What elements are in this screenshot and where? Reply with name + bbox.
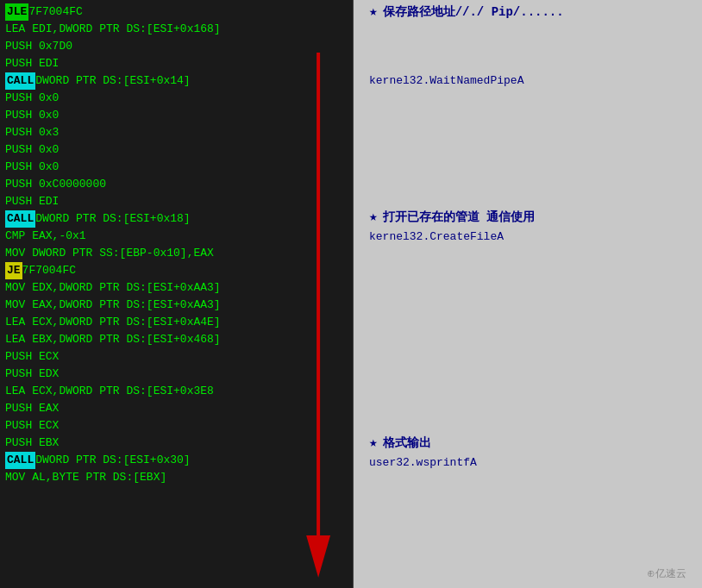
code-text: MOV EAX,DWORD PTR DS:[ESI+0xAA3	[5, 297, 214, 314]
code-text: PUSH 0x0	[5, 141, 59, 159]
code-text: 7F7004FC	[28, 3, 82, 21]
code-line-15: JE 7F7004FC	[5, 262, 348, 279]
code-text: LEA EDI,DWORD PTR DS:[ESI+0x168]	[5, 21, 221, 38]
code-text: PUSH EDI	[5, 193, 59, 210]
code-text: ]	[214, 297, 221, 314]
jle-keyword: JLE	[5, 3, 28, 21]
code-line-12: CALL DWORD PTR DS:[ESI+0x18]	[5, 210, 348, 228]
code-text: PUSH ECX	[5, 417, 59, 435]
code-line-26: CALL DWORD PTR DS:[ESI+0x30]	[5, 452, 348, 469]
call-keyword: CALL	[5, 452, 35, 469]
code-line-17: MOV EAX,DWORD PTR DS:[ESI+0xAA3]	[5, 297, 348, 314]
code-line-25: PUSH EBX	[5, 435, 348, 452]
code-line-4: CALL DWORD PTR DS:[ESI+0x14]	[5, 72, 348, 90]
code-line-24: PUSH ECX	[5, 417, 348, 435]
annotation-2: kernel32.WaitNamedPipeA	[369, 72, 523, 90]
code-text: PUSH 0x0	[5, 159, 59, 176]
code-text: PUSH 0x3	[5, 124, 59, 141]
call-keyword: CALL	[5, 210, 35, 228]
code-text: DWORD PTR DS:[ESI+0x30]	[35, 452, 190, 469]
annotation-text-4: 格式输出	[383, 435, 431, 452]
code-text: MOV DWORD PTR SS:[EBP-0x10],EAX	[5, 245, 214, 262]
annotation-panel: ★ 保存路径地址//./ Pip/...... kernel32.WaitNam…	[354, 0, 702, 588]
code-text: CMP EAX,-0x1	[5, 228, 86, 245]
code-text: ]	[214, 314, 221, 331]
star-icon-1: ★	[369, 3, 378, 21]
code-text: PUSH EDX	[5, 366, 59, 383]
code-line-22: LEA ECX,DWORD PTR DS:[ESI+0x3E8	[5, 383, 348, 400]
code-text: PUSH 0xC0000000	[5, 176, 106, 193]
code-line-16: MOV EDX,DWORD PTR DS:[ESI+0xAA3]	[5, 279, 348, 297]
code-line-3: PUSH EDI	[5, 55, 348, 72]
code-text: ]	[214, 331, 221, 348]
code-line-6: PUSH 0x0	[5, 107, 348, 124]
code-text: LEA ECX,DWORD PTR DS:[ESI+0xA4E	[5, 314, 214, 331]
je-keyword: JE	[5, 262, 22, 279]
star-icon-4: ★	[369, 435, 378, 452]
code-line-18: LEA ECX,DWORD PTR DS:[ESI+0xA4E]	[5, 314, 348, 331]
code-text: PUSH ECX	[5, 348, 59, 366]
code-text: PUSH 0x0	[5, 90, 59, 107]
code-line-0: JLE 7F7004FC	[5, 3, 348, 21]
call-keyword: CALL	[5, 72, 35, 90]
code-line-7: PUSH 0x3	[5, 124, 348, 141]
code-line-5: PUSH 0x0	[5, 90, 348, 107]
code-line-1: LEA EDI,DWORD PTR DS:[ESI+0x168]	[5, 21, 348, 38]
code-text: PUSH EDI	[5, 55, 59, 72]
code-text: LEA EBX,DWORD PTR DS:[ESI+0x468	[5, 331, 214, 348]
code-line-20: PUSH ECX	[5, 348, 348, 366]
annotation-1: ★ 保存路径地址//./ Pip/......	[369, 3, 564, 21]
code-text: PUSH 0x0	[5, 107, 59, 124]
code-text: 7F7004FC	[22, 262, 76, 279]
annotation-text-1: 保存路径地址//./ Pip/......	[383, 3, 564, 21]
code-text: PUSH EAX	[5, 400, 59, 417]
annotation-4: ★ 格式输出 user32.wsprintfA	[369, 435, 477, 472]
code-line-21: PUSH EDX	[5, 366, 348, 383]
code-line-11: PUSH EDI	[5, 193, 348, 210]
assembly-panel: JLE 7F7004FCLEA EDI,DWORD PTR DS:[ESI+0x…	[0, 0, 354, 588]
code-text: LEA ECX,DWORD PTR DS:[ESI+0x3E8	[5, 383, 214, 400]
code-line-14: MOV DWORD PTR SS:[EBP-0x10],EAX	[5, 245, 348, 262]
code-text: MOV EDX,DWORD PTR DS:[ESI+0xAA3	[5, 279, 214, 297]
code-text: DWORD PTR DS:[ESI+0x18]	[35, 210, 190, 228]
code-text: ]	[214, 279, 221, 297]
api-name-4: user32.wsprintfA	[369, 456, 477, 469]
code-line-10: PUSH 0xC0000000	[5, 176, 348, 193]
code-line-23: PUSH EAX	[5, 400, 348, 417]
api-name-1: kernel32.WaitNamedPipeA	[369, 74, 523, 87]
code-line-13: CMP EAX,-0x1	[5, 228, 348, 245]
code-text: DWORD PTR DS:[ESI+0x14]	[35, 72, 190, 90]
code-text: PUSH EBX	[5, 435, 59, 452]
code-line-27: MOV AL,BYTE PTR DS:[EBX]	[5, 469, 348, 486]
annotation-3: ★ 打开已存在的管道 通信使用 kernel32.CreateFileA	[369, 209, 535, 246]
code-text: MOV AL,BYTE PTR DS:[EBX]	[5, 469, 166, 486]
annotation-text-3: 打开已存在的管道 通信使用	[383, 209, 535, 226]
code-line-9: PUSH 0x0	[5, 159, 348, 176]
code-line-2: PUSH 0x7D0	[5, 38, 348, 55]
code-text: PUSH 0x7D0	[5, 38, 72, 55]
star-icon-3: ★	[369, 209, 378, 226]
api-name-3: kernel32.CreateFileA	[369, 230, 504, 243]
code-line-19: LEA EBX,DWORD PTR DS:[ESI+0x468]	[5, 331, 348, 348]
code-line-8: PUSH 0x0	[5, 141, 348, 159]
watermark: ⊕亿速云	[647, 566, 686, 581]
